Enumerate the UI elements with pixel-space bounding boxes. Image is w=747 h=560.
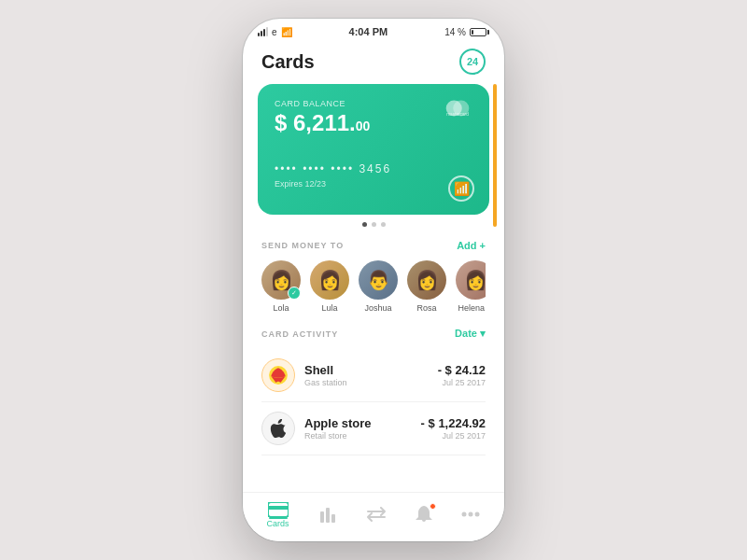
- date-filter-button[interactable]: Date ▾: [455, 328, 486, 340]
- transaction-shell[interactable]: Shell Gas station - $ 24.12 Jul 25 2017: [261, 349, 486, 402]
- avatar-helena: 👩: [456, 260, 486, 300]
- avatar-wrap-helena: 👩: [456, 260, 486, 300]
- dot-1: [362, 222, 367, 227]
- avatar-wrap-lola: 👩 ✓: [261, 260, 301, 300]
- shell-tx-info: Shell Gas station: [304, 363, 429, 387]
- send-money-header: SEND MONEY TO Add +: [261, 240, 486, 251]
- nav-active-indicator: [269, 517, 288, 519]
- svg-rect-7: [326, 508, 330, 523]
- phone-frame: e 📶 4:04 PM 14 % Cards 24 Card balance $…: [243, 19, 504, 541]
- status-left: e 📶: [258, 27, 292, 37]
- shell-amount-area: - $ 24.12 Jul 25 2017: [438, 363, 486, 387]
- transfer-nav-icon: [366, 507, 387, 522]
- status-bar: e 📶 4:04 PM 14 %: [243, 19, 504, 41]
- bottom-nav: Cards: [243, 492, 504, 541]
- dot-2: [372, 222, 376, 227]
- signal-icon: [258, 27, 268, 36]
- contact-rosa[interactable]: 👩 Rosa: [407, 260, 446, 313]
- contact-joshua[interactable]: 👨 Joshua: [359, 260, 398, 313]
- nav-item-inner-bell: [416, 505, 432, 524]
- svg-point-10: [469, 512, 473, 517]
- stats-nav-icon: [318, 506, 337, 523]
- wifi-icon: 📶: [281, 27, 292, 37]
- contact-lula[interactable]: 👩 Lula: [310, 260, 349, 313]
- card-expires: Expires 12/23: [275, 179, 472, 189]
- shell-icon: [261, 358, 295, 392]
- svg-point-9: [462, 512, 467, 517]
- credit-card[interactable]: Card balance $ 6,211.00 mastercard •••• …: [258, 84, 489, 215]
- contact-lola[interactable]: 👩 ✓ Lola: [261, 260, 301, 313]
- transaction-apple[interactable]: Apple store Retail store - $ 1,224.92 Ju…: [261, 402, 486, 455]
- card-activity-section: CARD ACTIVITY Date ▾ Shell Gas stati: [243, 316, 504, 455]
- clock: 4:04 PM: [349, 26, 388, 37]
- contact-name-helena: Helena V: [458, 303, 486, 313]
- svg-rect-5: [268, 506, 289, 510]
- nav-item-inner-cards: [268, 502, 289, 517]
- card-pagination: [258, 222, 489, 227]
- scroll-content[interactable]: Cards 24 Card balance $ 6,211.00 masterc…: [243, 41, 504, 492]
- card-area: Card balance $ 6,211.00 mastercard •••• …: [243, 84, 504, 227]
- contact-name-rosa: Rosa: [416, 303, 436, 313]
- svg-rect-8: [331, 514, 335, 523]
- svg-point-11: [475, 512, 480, 517]
- dot-3: [381, 222, 386, 227]
- avatar-lula: 👩: [310, 260, 349, 300]
- nav-item-notifications[interactable]: [416, 505, 432, 525]
- notification-badge: [430, 503, 436, 510]
- avatar-wrap-rosa: 👩: [407, 260, 446, 300]
- nav-label-cards: Cards: [267, 519, 289, 528]
- contact-name-lola: Lola: [273, 303, 289, 313]
- activity-header: CARD ACTIVITY Date ▾: [261, 328, 486, 340]
- card-number: •••• •••• •••• 3456: [275, 162, 472, 175]
- svg-rect-6: [320, 511, 324, 523]
- send-money-title: SEND MONEY TO: [261, 241, 344, 250]
- battery-icon: [470, 28, 489, 36]
- card-scroll-bar: [493, 84, 497, 227]
- send-money-section: SEND MONEY TO Add + 👩 ✓ Lola: [243, 231, 504, 316]
- contact-name-joshua: Joshua: [364, 303, 391, 313]
- card-nav-icon: [268, 502, 289, 517]
- carrier-label: e: [272, 27, 277, 37]
- nav-item-transfer[interactable]: [366, 507, 387, 524]
- apple-amount: - $ 1,224.92: [421, 416, 486, 430]
- avatar-wrap-lula: 👩: [310, 260, 349, 300]
- page-header: Cards 24: [243, 41, 504, 84]
- shell-name: Shell: [304, 363, 429, 377]
- cards-badge[interactable]: 24: [459, 49, 486, 75]
- apple-date: Jul 25 2017: [421, 431, 486, 441]
- apple-type: Retail store: [304, 431, 412, 441]
- contacts-list: 👩 ✓ Lola 👩 Lula: [261, 260, 486, 316]
- shell-date: Jul 25 2017: [438, 378, 486, 387]
- check-badge-lola: ✓: [288, 287, 301, 300]
- shell-amount: - $ 24.12: [438, 363, 486, 377]
- contact-helena[interactable]: 👩 Helena V: [456, 260, 486, 313]
- avatar-rosa: 👩: [407, 260, 446, 300]
- apple-tx-info: Apple store Retail store: [304, 416, 412, 441]
- contact-name-lula: Lula: [321, 303, 337, 313]
- avatar-joshua: 👨: [359, 260, 398, 300]
- nav-item-stats[interactable]: [318, 506, 337, 525]
- svg-text:mastercard: mastercard: [446, 112, 469, 117]
- shell-type: Gas station: [304, 378, 429, 387]
- nav-item-cards[interactable]: Cards: [267, 502, 289, 528]
- avatar-wrap-joshua: 👨: [359, 260, 398, 300]
- apple-name: Apple store: [304, 416, 412, 430]
- apple-icon: [261, 412, 295, 445]
- status-right: 14 %: [444, 27, 489, 37]
- activity-title: CARD ACTIVITY: [261, 329, 338, 339]
- nfc-icon: 📶: [448, 175, 474, 202]
- more-nav-icon: [461, 511, 480, 517]
- apple-amount-area: - $ 1,224.92 Jul 25 2017: [421, 416, 486, 441]
- battery-percent: 14 %: [444, 27, 466, 37]
- nav-item-more[interactable]: [461, 511, 480, 519]
- page-title: Cards: [261, 51, 315, 73]
- mastercard-logo: mastercard: [441, 97, 474, 123]
- add-contact-button[interactable]: Add +: [457, 240, 486, 251]
